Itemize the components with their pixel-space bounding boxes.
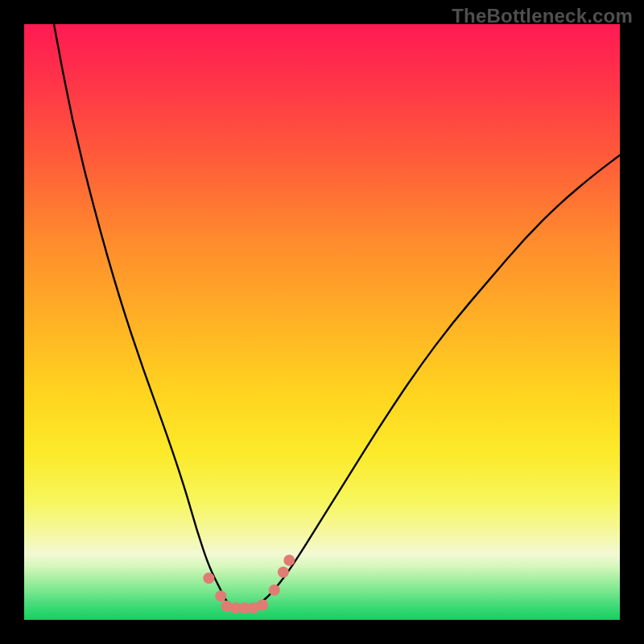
marker-dot — [257, 600, 268, 611]
bottleneck-curve — [54, 24, 620, 608]
watermark-text: TheBottleneck.com — [452, 5, 633, 27]
plot-area — [24, 24, 620, 620]
marker-dot — [215, 590, 226, 601]
chart-frame: TheBottleneck.com — [0, 0, 644, 644]
curve-svg — [24, 24, 620, 620]
marker-dot — [283, 555, 295, 566]
marker-dot — [278, 567, 289, 578]
marker-dot — [269, 584, 280, 596]
marker-dot — [203, 572, 214, 584]
